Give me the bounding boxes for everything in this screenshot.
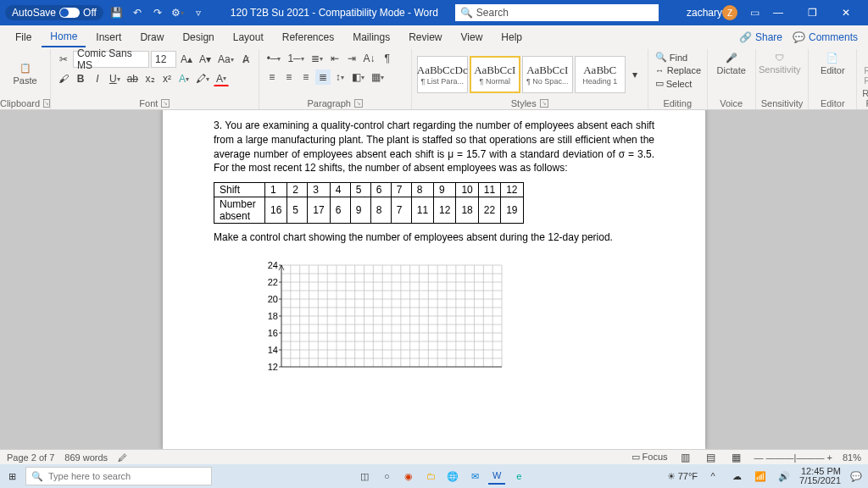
format-painter-icon[interactable]: 🖌 — [56, 71, 71, 86]
font-name-select[interactable]: Comic Sans MS — [73, 51, 149, 68]
tab-mailings[interactable]: Mailings — [344, 28, 398, 47]
ribbon-display-icon[interactable]: ▭ — [748, 6, 761, 19]
align-center-icon[interactable]: ≡ — [281, 69, 297, 85]
font-size-select[interactable]: 12 — [151, 51, 176, 68]
borders-icon[interactable]: ▦ — [369, 69, 387, 85]
save-icon[interactable]: 💾 — [110, 6, 124, 19]
sort-icon[interactable]: A↓ — [361, 51, 378, 66]
close-button[interactable]: ✕ — [829, 0, 863, 25]
numbering-icon[interactable]: 1─ — [285, 51, 306, 66]
task-view-icon[interactable]: ◫ — [356, 468, 373, 485]
subscript-button[interactable]: x₂ — [142, 71, 158, 86]
maximize-button[interactable]: ❐ — [795, 0, 829, 25]
avatar[interactable]: Z — [722, 5, 737, 20]
bold-button[interactable]: B — [73, 71, 88, 86]
chrome-icon[interactable]: 🌐 — [444, 468, 461, 485]
replace-button[interactable]: ↔Replace — [654, 64, 687, 76]
font-grow-icon[interactable]: A▴ — [178, 52, 195, 67]
style--no-spac-[interactable]: AaBbCcI¶ No Spac... — [522, 56, 573, 93]
show-marks-icon[interactable]: ¶ — [380, 51, 395, 66]
tab-layout[interactable]: Layout — [225, 28, 272, 47]
shading-icon[interactable]: ◧ — [349, 69, 367, 85]
zoom-slider[interactable]: — ———|——— + — [754, 452, 832, 463]
tab-review[interactable]: Review — [400, 28, 450, 47]
undo-icon[interactable]: ↶ — [131, 6, 144, 19]
page-indicator[interactable]: Page 2 of 7 — [7, 452, 54, 463]
align-left-icon[interactable]: ≡ — [264, 69, 280, 85]
tab-file[interactable]: File — [7, 28, 40, 47]
edge-icon[interactable]: e — [510, 468, 527, 485]
comments-button[interactable]: 💬 Comments — [793, 31, 858, 43]
dictate-button[interactable]: 🎤Dictate — [713, 51, 750, 77]
font-dialog-icon[interactable]: ↘ — [161, 99, 170, 108]
quickaccess-more-icon[interactable]: ⚙ — [171, 6, 185, 19]
sensitivity-button[interactable]: 🛡Sensitivity — [761, 51, 798, 76]
justify-icon[interactable]: ≣ — [315, 69, 331, 85]
style-heading-1[interactable]: AaBbCHeading 1 — [575, 56, 626, 93]
share-button[interactable]: 🔗 Share — [739, 31, 782, 43]
highlight-icon[interactable]: 🖍 — [193, 71, 212, 86]
editor-button[interactable]: 📄Editor — [814, 51, 851, 77]
tab-design[interactable]: Design — [174, 28, 222, 47]
indent-icon[interactable]: ⇥ — [344, 51, 359, 66]
change-case-icon[interactable]: Aa — [215, 52, 236, 67]
tab-home[interactable]: Home — [42, 27, 86, 47]
superscript-button[interactable]: x² — [159, 71, 175, 86]
italic-button[interactable]: I — [90, 71, 105, 86]
tab-view[interactable]: View — [453, 28, 492, 47]
strikethrough-button[interactable]: ab — [125, 71, 141, 86]
align-right-icon[interactable]: ≡ — [298, 69, 314, 85]
quickaccess-dropdown-icon[interactable]: ▿ — [192, 6, 205, 19]
clipboard-dialog-icon[interactable]: ↘ — [43, 99, 50, 108]
tab-draw[interactable]: Draw — [131, 28, 172, 47]
tray-up-icon[interactable]: ^ — [704, 468, 721, 485]
cortana-icon[interactable]: ○ — [378, 468, 395, 485]
wifi-icon[interactable]: 📶 — [752, 468, 769, 485]
find-button[interactable]: 🔍Find — [654, 51, 687, 64]
onedrive-icon[interactable]: ☁ — [728, 468, 745, 485]
taskbar-search[interactable]: 🔍 Type here to search — [25, 467, 212, 485]
autosave-toggle[interactable]: AutoSave Off — [5, 5, 103, 20]
font-shrink-icon[interactable]: A▾ — [197, 52, 214, 67]
web-layout-icon[interactable]: ▦ — [729, 450, 744, 465]
reuse-files-button[interactable]: 🔍Reuse Files — [862, 51, 868, 87]
proofing-icon[interactable]: 🖉 — [118, 452, 127, 463]
start-button[interactable]: ⊞ — [3, 468, 20, 485]
bullets-icon[interactable]: •─ — [264, 51, 284, 66]
weather-widget[interactable]: ☀ 77°F — [667, 471, 698, 482]
underline-button[interactable]: U — [107, 71, 123, 86]
paragraph-dialog-icon[interactable]: ↘ — [354, 99, 363, 108]
redo-icon[interactable]: ↷ — [151, 6, 164, 19]
read-mode-icon[interactable]: ▥ — [678, 450, 693, 465]
paragraph-group-label: Paragraph — [308, 98, 351, 108]
clear-format-icon[interactable]: A̷ — [238, 52, 253, 67]
styles-dialog-icon[interactable]: ↘ — [540, 99, 548, 108]
outdent-icon[interactable]: ⇤ — [327, 51, 342, 66]
notifications-icon[interactable]: 💬 — [848, 468, 865, 485]
style--normal[interactable]: AaBbCcI¶ Normal — [470, 56, 520, 93]
tab-insert[interactable]: Insert — [87, 28, 130, 47]
font-color-icon[interactable]: A — [214, 71, 229, 86]
search-box[interactable]: 🔍 Search — [455, 4, 659, 21]
tab-help[interactable]: Help — [492, 28, 531, 47]
outlook-icon[interactable]: ✉ — [466, 468, 483, 485]
office-icon[interactable]: ◉ — [400, 468, 417, 485]
focus-mode-button[interactable]: ▭ Focus — [632, 452, 668, 463]
text-effects-icon[interactable]: A — [176, 71, 192, 86]
cut-icon[interactable]: ✂ — [56, 52, 71, 67]
clock[interactable]: 12:45 PM 7/15/2021 — [799, 467, 841, 485]
minimize-button[interactable]: — — [761, 0, 795, 25]
paste-button[interactable]: 📋 Paste — [7, 61, 44, 87]
select-button[interactable]: ▭Select — [654, 77, 687, 90]
print-layout-icon[interactable]: ▤ — [704, 450, 719, 465]
tab-references[interactable]: References — [274, 28, 342, 47]
explorer-icon[interactable]: 🗀 — [422, 468, 439, 485]
line-spacing-icon[interactable]: ↕ — [332, 69, 348, 85]
word-count[interactable]: 869 words — [64, 452, 108, 463]
zoom-level[interactable]: 81% — [843, 452, 861, 463]
volume-icon[interactable]: 🔊 — [776, 468, 793, 485]
word-icon[interactable]: W — [488, 468, 505, 485]
style--list-para-[interactable]: AaBbCcDc¶ List Para... — [417, 56, 468, 93]
styles-more-icon[interactable]: ▾ — [627, 67, 643, 82]
multilevel-icon[interactable]: ≣ — [309, 51, 326, 66]
